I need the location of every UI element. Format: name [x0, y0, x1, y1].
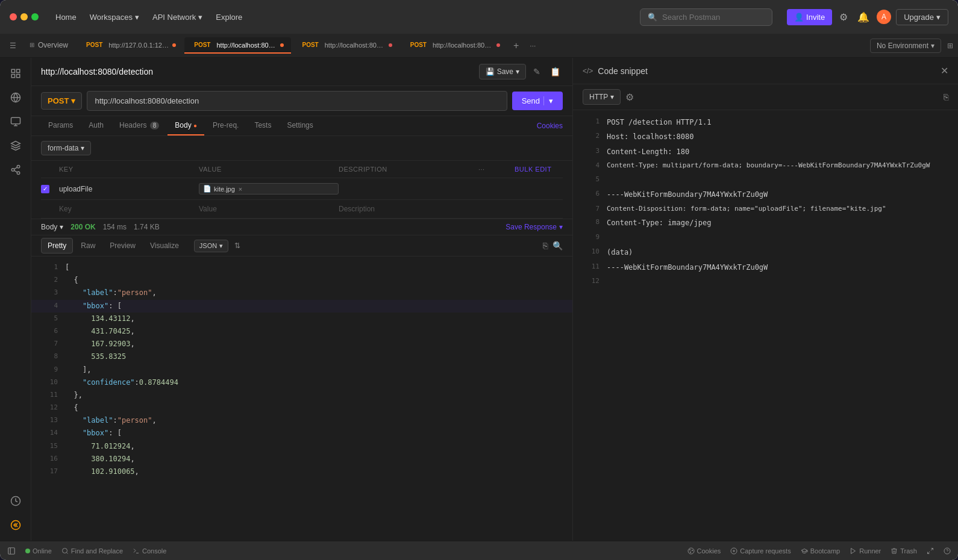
tab-pre-req[interactable]: Pre-req.	[205, 116, 246, 135]
environment-selector[interactable]: No Environment ▾	[870, 39, 941, 53]
svg-line-19	[66, 552, 67, 553]
edit-icon[interactable]: ✎	[531, 64, 543, 79]
bottom-bootcamp[interactable]: Bootcamp	[801, 547, 841, 555]
sort-icon[interactable]: ⇅	[234, 241, 240, 250]
upgrade-button[interactable]: Upgrade ▾	[896, 9, 948, 25]
tab-auth[interactable]: Auth	[81, 116, 111, 135]
sidebar-item-collections[interactable]	[5, 63, 27, 84]
tab-body[interactable]: Body ●	[167, 116, 204, 135]
copy-snippet-icon[interactable]: ⎘	[944, 92, 948, 102]
search-response-icon[interactable]: 🔍	[553, 241, 563, 250]
invite-button[interactable]: 👤 Invite	[787, 9, 832, 25]
settings-icon[interactable]: ⚙	[837, 9, 850, 25]
send-button[interactable]: Send ▾	[512, 92, 563, 110]
save-response-button[interactable]: Save Response ▾	[506, 223, 563, 231]
tab-params[interactable]: Params	[41, 116, 80, 135]
cookies-link[interactable]: Cookies	[537, 122, 563, 130]
snippet-line-4: 4 Content-Type: multipart/form-data; bou…	[573, 159, 958, 173]
copy-icon[interactable]: ⎘	[543, 241, 548, 250]
notifications-icon[interactable]: 🔔	[855, 9, 872, 25]
minimize-button[interactable]	[20, 13, 28, 20]
tab-2[interactable]: POST http://localhost:8080/...	[184, 37, 291, 54]
more-tabs-button[interactable]: ···	[525, 39, 540, 52]
resp-tab-visualize[interactable]: Visualize	[143, 238, 186, 254]
bottom-runner[interactable]: Runner	[850, 547, 881, 555]
tab-url-3: http://localhost:8080/...	[325, 42, 385, 49]
tab-4[interactable]: POST http://localhost:8080/...	[401, 37, 507, 54]
empty-value-input[interactable]: Value	[199, 205, 339, 213]
language-select[interactable]: HTTP ▾	[583, 89, 621, 105]
nav-api-network[interactable]: API Network ▾	[148, 10, 207, 24]
headers-count-badge: 8	[150, 122, 160, 129]
svg-point-18	[62, 548, 67, 553]
empty-key-input[interactable]: Key	[59, 205, 199, 213]
sidebar-item-apis[interactable]	[5, 87, 27, 108]
bottom-console[interactable]: Console	[133, 547, 166, 555]
tab-tests[interactable]: Tests	[247, 116, 278, 135]
method-select[interactable]: POST ▾	[41, 92, 82, 110]
nav-explore[interactable]: Explore	[211, 10, 247, 24]
remove-file-icon[interactable]: ×	[239, 185, 242, 193]
response-body-label[interactable]: Body ▾	[41, 223, 63, 231]
code-line-14: 14 "bbox" : [	[31, 427, 572, 440]
format-select[interactable]: JSON ▾	[194, 240, 228, 252]
bottom-help[interactable]	[944, 547, 951, 555]
tab-url-1: http://127.0.0.1:12000...	[108, 42, 169, 49]
bottom-expand[interactable]	[927, 547, 934, 555]
tab-modified-dot-4	[496, 43, 500, 47]
method-badge-4: POST	[408, 41, 429, 49]
sidebar-item-environments[interactable]	[5, 111, 27, 132]
tab-1[interactable]: POST http://127.0.0.1:12000...	[77, 37, 183, 54]
resp-tab-raw[interactable]: Raw	[74, 238, 102, 254]
snippet-line-2: 2 Host: localhost:8080	[573, 129, 958, 144]
add-tab-button[interactable]: +	[509, 38, 524, 54]
sidebar-item-mock-servers[interactable]	[5, 135, 27, 157]
body-type-select[interactable]: form-data ▾	[41, 141, 91, 155]
code-line-5: 5 134.43112 ,	[31, 313, 572, 325]
chevron-down-icon: ▾	[71, 96, 75, 105]
bottom-right-actions: Cookies Capture requests Bootcamp Runner…	[687, 547, 951, 555]
chevron-down-icon: ▾	[60, 223, 63, 231]
chevron-down-icon: ▾	[81, 144, 84, 152]
sidebar-toggle[interactable]: ☰	[5, 39, 21, 52]
tab-overview[interactable]: ⊞ Overview	[22, 37, 75, 54]
bottom-sidebar-toggle[interactable]	[7, 547, 16, 555]
sidebar-item-runner[interactable]	[5, 514, 27, 536]
response-code-viewer[interactable]: 1 [ 2 { 3 "label"	[31, 257, 572, 541]
bottom-online[interactable]: Online	[25, 547, 52, 555]
description-icon[interactable]: 📋	[548, 64, 563, 79]
grid-view-icon[interactable]: ⊞	[947, 42, 953, 50]
nav-home[interactable]: Home	[51, 10, 81, 24]
snippet-line-8: 8 Content-Type: image/jpeg	[573, 216, 958, 230]
row-checkbox[interactable]: ✓	[41, 185, 49, 193]
bulk-edit-header[interactable]: Bulk Edit	[515, 166, 563, 173]
close-button[interactable]	[10, 13, 17, 20]
send-dropdown-arrow[interactable]: ▾	[543, 96, 553, 105]
search-bar[interactable]: 🔍 Search Postman	[640, 8, 772, 26]
bottom-find-replace[interactable]: Find and Replace	[61, 547, 123, 555]
sidebar-item-flows[interactable]	[5, 159, 27, 181]
save-button[interactable]: 💾 Save ▾	[479, 64, 526, 79]
avatar-icon[interactable]: A	[877, 10, 891, 24]
sidebar-item-history[interactable]	[5, 490, 27, 512]
resp-tab-preview[interactable]: Preview	[103, 238, 142, 254]
bottom-trash[interactable]: Trash	[891, 547, 917, 555]
bottom-cookies[interactable]: Cookies	[687, 547, 721, 555]
tab-settings[interactable]: Settings	[280, 116, 320, 135]
snippet-line-11: 11 ----WebKitFormBoundary7MA4YWxkTrZu0gW	[573, 260, 958, 275]
url-input[interactable]	[87, 91, 507, 111]
resp-tab-pretty[interactable]: Pretty	[41, 238, 73, 254]
nav-workspaces[interactable]: Workspaces ▾	[85, 10, 144, 24]
bottom-capture[interactable]: Capture requests	[730, 547, 791, 555]
tab-headers[interactable]: Headers 8	[112, 116, 166, 135]
maximize-button[interactable]	[31, 13, 39, 20]
request-tabs: Params Auth Headers 8 Body ● Pre-req. Te…	[31, 116, 572, 136]
chevron-down-icon: ▾	[931, 42, 935, 50]
tab-3[interactable]: POST http://localhost:8080/...	[292, 37, 399, 54]
empty-description-input[interactable]: Description	[339, 205, 478, 213]
table-header: KEY VALUE DESCRIPTION ··· Bulk Edit	[41, 161, 563, 178]
snippet-settings-icon[interactable]: ⚙	[625, 92, 634, 103]
response-time: 154 ms	[103, 223, 127, 231]
close-snippet-button[interactable]: ✕	[941, 65, 948, 76]
snippet-line-5: 5	[573, 173, 958, 187]
